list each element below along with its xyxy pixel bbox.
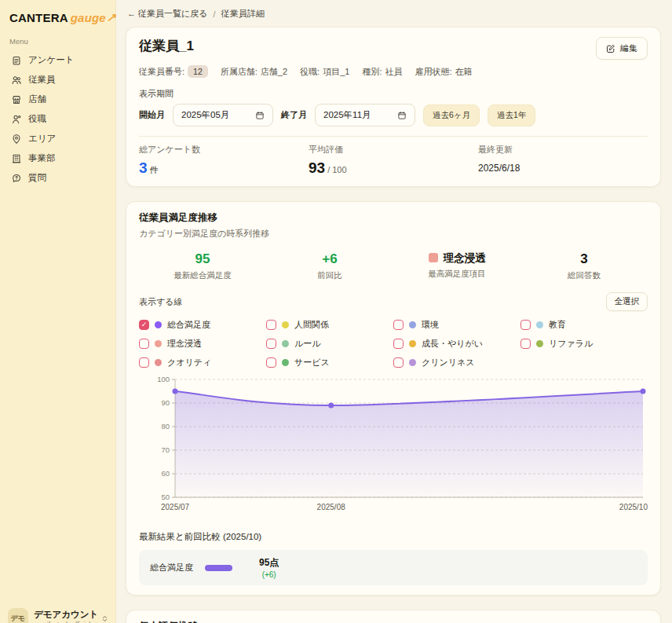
series-color-dot [155,359,162,366]
series-toggle[interactable]: クリンリネス [393,357,520,368]
sidebar-item-division[interactable]: 事業部 [9,149,106,167]
sidebar-item-label: 役職 [28,113,46,125]
kpi-latest-satisfaction: 95 最新総合満足度 [139,251,266,281]
sidebar-item-question[interactable]: 質問 [9,169,106,187]
svg-text:70: 70 [161,445,170,454]
comparison-row: 総合満足度 95点 (+6) [139,550,648,585]
period-controls: 開始月 2025年05月 終了月 2025年11月 過去6ヶ月 過去1年 [139,104,648,126]
employee-meta: 従業員番号:12 所属店舗:店舗_2 役職:項目_1 種別:社員 雇用状態:在籍 [139,65,648,78]
checkbox [393,357,404,368]
series-color-dot [155,340,162,347]
checkbox [520,339,531,349]
meta-type: 種別:社員 [362,66,402,78]
breadcrumb-current: 従業員詳細 [221,8,265,20]
survey-icon [11,55,22,66]
section-title: 従業員満足度推移 [139,211,648,225]
series-color-dot [282,340,289,347]
checkbox: ✓ [139,320,149,330]
stat-average-score: 平均評価 93/ 100 [309,144,478,177]
role-icon [11,114,22,125]
question-bubble-icon [11,173,22,184]
series-toggle[interactable]: サービス [266,357,393,368]
series-toggle[interactable]: ルール [266,338,393,350]
sidebar-item-label: 従業員 [28,74,56,86]
checkbox [520,320,531,330]
logo-brand: CANTERA [9,11,68,24]
svg-text:60: 60 [161,469,170,478]
comparison-series-name: 総合満足度 [150,562,205,574]
comparison-score-block: 95点 (+6) [259,556,279,579]
meta-store: 所属店舗:店舗_2 [221,66,287,78]
series-toggle[interactable]: 環境 [393,319,520,331]
personal-evaluation-card: 個人評価推移 店舗・役職単位での個人評価スコアの推移を表示しています 100 [126,610,661,623]
store-icon [11,94,22,105]
svg-text:50: 50 [161,493,170,501]
main-content: ← 従業員一覧に戻る / 従業員詳細 従業員_1 編集 従業員番号:12 所属店… [116,0,672,623]
checkbox [393,339,404,349]
end-month-label: 終了月 [281,109,307,121]
series-toggle-grid: ✓総合満足度 人間関係 環境 教育 理念浸透 ルール 成長・やりがい リファラル… [139,319,648,368]
account-switcher[interactable]: デモ デモアカウント manifestech official… [8,608,109,623]
last-updated-value: 2025/6/18 [478,163,648,174]
kpi-row: 95 最新総合満足度 +6 前回比 理念浸透 最高満足度項目 3 総回答数 [139,251,648,281]
avatar: デモ [8,608,28,623]
checkbox [266,357,276,368]
satisfaction-trend-card: 従業員満足度推移 カテゴリー別満足度の時系列推移 95 最新総合満足度 +6 前… [126,201,661,596]
sidebar-item-area[interactable]: エリア [9,130,106,148]
kpi-vs-previous: +6 前回比 [266,251,393,281]
series-toggle[interactable]: 教育 [520,319,648,331]
section-subtitle: カテゴリー別満足度の時系列推移 [139,228,648,240]
sidebar-item-role[interactable]: 役職 [9,110,106,128]
series-color-dot [409,340,416,347]
section-title: 個人評価推移 [139,620,648,623]
series-toggle[interactable]: 理念浸透 [139,338,266,350]
series-color-dot [282,359,289,366]
sidebar-item-store[interactable]: 店舗 [9,90,106,108]
account-subtext: manifestech official… [34,621,95,623]
series-color-dot [155,321,162,328]
lines-section-label: 表示する線 [139,296,183,308]
series-toggle[interactable]: 成長・やりがい [393,338,520,350]
app-logo: CANTERAgauge↗ [9,11,106,25]
logo-arrow-icon: ↗ [106,11,116,24]
series-toggle[interactable]: クオリティ [139,357,266,368]
summary-stats: 総アンケート数 3件 平均評価 93/ 100 最終更新 2025/6/18 [139,144,648,177]
end-month-input[interactable]: 2025年11月 [315,104,415,126]
svg-text:90: 90 [161,398,170,407]
series-color-dot [536,340,543,347]
sidebar-item-survey[interactable]: アンケート [9,51,106,69]
category-color-swatch [429,253,438,262]
checkbox [139,357,149,368]
page-title: 従業員_1 [139,37,194,55]
checkbox [139,339,149,349]
svg-text:100: 100 [157,375,170,383]
series-toggle[interactable]: 人間関係 [266,319,393,331]
account-name: デモアカウント [34,609,95,621]
series-color-dot [409,321,416,328]
svg-text:2025/07: 2025/07 [161,503,190,511]
edit-button[interactable]: 編集 [596,37,648,60]
breadcrumb-back-link[interactable]: ← 従業員一覧に戻る [127,8,208,20]
series-toggle[interactable]: ✓総合満足度 [139,319,266,331]
sidebar-item-label: エリア [28,133,56,145]
meta-employment-status: 雇用状態:在籍 [415,66,472,78]
satisfaction-chart: 50607080901002025/072025/082025/10 [139,375,648,521]
select-all-button[interactable]: 全選択 [606,292,648,311]
series-toggle[interactable]: リファラル [520,338,648,350]
total-surveys-value: 3 [139,159,148,176]
chevron-up-down-icon[interactable] [100,614,109,623]
start-month-value: 2025年05月 [181,109,229,121]
past-1-year-button[interactable]: 過去1年 [488,104,535,126]
past-6-months-button[interactable]: 過去6ヶ月 [423,104,480,126]
start-month-label: 開始月 [139,109,165,121]
division-building-icon [11,153,22,164]
start-month-input[interactable]: 2025年05月 [173,104,273,126]
meta-role: 役職:項目_1 [300,66,349,78]
checkbox [393,320,404,330]
end-month-value: 2025年11月 [323,109,371,121]
period-section-label: 表示期間 [139,88,648,100]
kpi-total-answers: 3 総回答数 [520,251,648,281]
svg-text:2025/10: 2025/10 [619,503,648,511]
sidebar-item-label: アンケート [28,54,75,66]
sidebar-item-employees[interactable]: 従業員 [9,71,106,89]
